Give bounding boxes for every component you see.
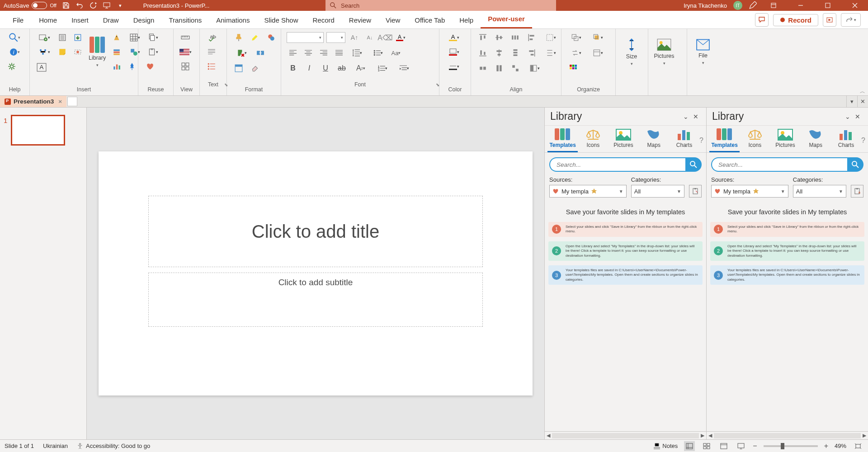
icons-icon[interactable] — [110, 32, 123, 43]
pane-scrollbar[interactable]: ◀▶ — [707, 431, 868, 439]
subscript-icon[interactable]: A2▾ — [352, 62, 370, 74]
notes-toggle[interactable]: Notes — [653, 443, 678, 449]
save-library-icon[interactable] — [71, 32, 84, 43]
stamp-icon[interactable] — [71, 46, 84, 58]
pictures-button[interactable]: Pictures▾ — [654, 32, 675, 72]
clear-format-icon[interactable]: A⌫ — [379, 32, 392, 43]
pane-tab-charts[interactable]: Charts — [831, 128, 861, 152]
library-button[interactable]: Library ▾ — [89, 32, 106, 72]
font-family-dropdown[interactable]: ▾ — [287, 32, 324, 43]
sources-dropdown[interactable]: My templa ▼ — [711, 185, 788, 198]
library-search-input[interactable] — [711, 157, 847, 172]
align-left-obj-icon[interactable] — [525, 32, 538, 43]
same-width-icon[interactable] — [476, 62, 489, 74]
pane-tab-templates[interactable]: Templates — [547, 128, 578, 152]
line-color-icon[interactable]: ▾ — [445, 61, 463, 72]
slide-thumbnails-panel[interactable]: 1 — [0, 108, 87, 439]
pane-tab-icons[interactable]: Icons — [740, 128, 770, 152]
fit-to-window-icon[interactable] — [853, 441, 863, 451]
bullets-icon[interactable]: ▾ — [369, 47, 387, 59]
eraser-icon[interactable] — [249, 62, 261, 74]
maximize-button[interactable] — [817, 0, 838, 11]
ruler-icon[interactable] — [179, 32, 192, 43]
clipboard-filter-icon[interactable]: a — [851, 185, 863, 198]
align-left-icon[interactable] — [287, 47, 299, 59]
close-tab-icon[interactable]: × — [58, 98, 62, 105]
tab-power-user[interactable]: Power-user — [481, 10, 532, 28]
agenda-icon[interactable] — [56, 32, 69, 43]
table-format-icon[interactable] — [232, 62, 245, 74]
chart-icon[interactable] — [110, 61, 123, 72]
group-objects-icon[interactable]: ▾ — [567, 32, 585, 43]
pane-tab-icons[interactable]: Icons — [578, 128, 608, 152]
pane-help-icon[interactable]: ? — [861, 137, 865, 145]
categories-dropdown[interactable]: All ▼ — [793, 185, 846, 198]
present-icon[interactable] — [103, 1, 111, 9]
tab-close-icon[interactable]: ✕ — [857, 96, 868, 107]
indent-icon[interactable]: ▾ — [395, 62, 413, 74]
zoom-level[interactable]: 49% — [835, 443, 846, 449]
tab-draw[interactable]: Draw — [96, 12, 126, 28]
justify-icon[interactable] — [333, 47, 345, 59]
dock-icon[interactable]: ▾ — [525, 62, 543, 74]
paste-icon[interactable]: ▾ — [144, 46, 162, 58]
sticky-icon[interactable] — [56, 46, 69, 58]
pen-icon[interactable] — [749, 1, 757, 9]
new-slide-icon[interactable]: ▾ — [35, 32, 53, 43]
tab-minimize-icon[interactable]: ▾ — [846, 96, 857, 107]
document-tab[interactable]: Presentation3 × — [0, 96, 66, 107]
tab-file[interactable]: File — [5, 12, 32, 28]
bring-forward-icon[interactable]: ▾ — [589, 32, 607, 43]
pane-dropdown-icon[interactable]: ⌄ — [843, 113, 853, 120]
pin-icon[interactable] — [126, 61, 138, 72]
clipboard-edit-icon[interactable] — [689, 185, 702, 198]
library-search-button[interactable] — [685, 157, 702, 172]
swap-icon[interactable]: ▾ — [567, 47, 585, 59]
same-height-icon[interactable] — [493, 62, 505, 74]
align-top-icon[interactable] — [476, 32, 489, 43]
align-bottom-icon[interactable] — [476, 47, 489, 59]
spellcheck-icon[interactable]: abc — [205, 32, 218, 43]
categories-dropdown[interactable]: All ▼ — [631, 185, 684, 198]
tab-insert[interactable]: Insert — [64, 12, 96, 28]
slide[interactable]: Click to add title Click to add subtitle — [99, 151, 533, 396]
line-spacing-icon[interactable]: ▾ — [348, 47, 366, 59]
tab-design[interactable]: Design — [126, 12, 162, 28]
tab-transitions[interactable]: Transitions — [161, 12, 209, 28]
save-icon[interactable] — [62, 1, 70, 9]
tab-view[interactable]: View — [378, 12, 407, 28]
placeholder-text-icon[interactable] — [205, 46, 218, 58]
subtitle-placeholder[interactable]: Click to add subtitle — [148, 273, 483, 327]
change-case-icon[interactable]: Aa▾ — [390, 47, 402, 59]
accessibility-status[interactable]: Accessibility: Good to go — [77, 443, 150, 449]
present-teams-icon[interactable] — [823, 13, 836, 27]
record-button[interactable]: Record — [773, 14, 818, 26]
library-search-button[interactable] — [847, 157, 863, 172]
spacing-icon[interactable]: ▾ — [542, 47, 560, 59]
textbox-icon[interactable]: A — [35, 61, 48, 73]
user-avatar[interactable]: IT — [733, 1, 742, 10]
shrink-font-icon[interactable]: A↓ — [363, 32, 376, 43]
undo-icon[interactable] — [75, 1, 84, 9]
heart-icon[interactable] — [144, 61, 156, 72]
share-button[interactable]: ▾ — [841, 13, 861, 27]
settings-gear-icon[interactable] — [5, 61, 18, 72]
bullets-red-icon[interactable] — [205, 61, 218, 72]
ribbon-display-icon[interactable] — [763, 0, 784, 11]
distribute-h-icon[interactable] — [509, 32, 522, 43]
align-right-obj-icon[interactable] — [525, 47, 538, 59]
thumbnail-preview[interactable] — [11, 115, 65, 146]
distribute-v-icon[interactable] — [509, 47, 522, 59]
info-icon[interactable]: i▾ — [5, 46, 24, 58]
copy-icon[interactable]: ▾ — [144, 32, 162, 43]
tab-record[interactable]: Record — [305, 12, 341, 28]
tab-review[interactable]: Review — [342, 12, 378, 28]
tab-help[interactable]: Help — [452, 12, 481, 28]
tab-slideshow[interactable]: Slide Show — [257, 12, 305, 28]
diagram-icon[interactable]: ▾ — [35, 46, 53, 58]
font-size-dropdown[interactable]: ▾ — [326, 32, 345, 43]
highlighter-icon[interactable] — [249, 32, 261, 43]
fill-color-icon[interactable]: A▾ — [445, 32, 463, 43]
tell-me-search[interactable]: Search — [326, 0, 556, 11]
library-search-input[interactable] — [549, 157, 685, 172]
